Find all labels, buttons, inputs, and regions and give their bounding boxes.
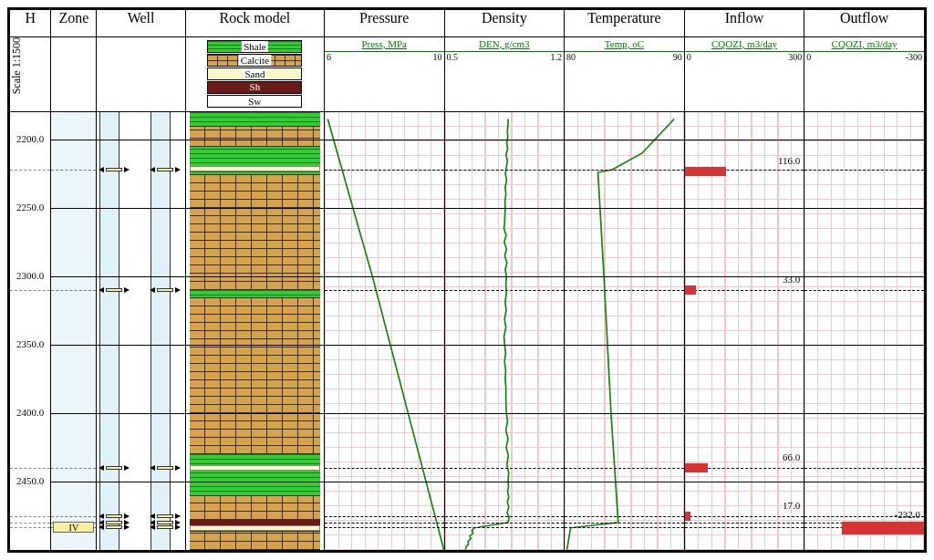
col-outflow: Outflow	[804, 10, 925, 37]
pressure-track	[325, 112, 444, 550]
depth-axis: 2200.02250.02300.02350.02400.02450.0	[10, 112, 50, 550]
col-inflow: Inflow	[684, 10, 804, 37]
pressure-max: 10	[433, 52, 442, 62]
outflow-label: CQOZI, m3/day	[832, 38, 898, 49]
col-well: Well	[97, 10, 186, 37]
density-min: 0.5	[447, 52, 459, 62]
col-zone: Zone	[51, 10, 97, 37]
outflow-min: 0	[806, 52, 811, 62]
density-track	[445, 112, 565, 550]
legend-calcite: Calcite	[239, 55, 271, 66]
temperature-label: Temp, oC	[605, 38, 644, 49]
well-log-figure: H Zone Well Rock model Pressure Density …	[7, 7, 927, 553]
zone-track: IV	[51, 112, 96, 550]
col-temperature: Temperature	[565, 10, 685, 37]
legend-shale: Shale	[242, 41, 267, 52]
col-rock: Rock model	[185, 10, 324, 37]
rock-model-track	[186, 112, 324, 550]
outflow-max: -300	[906, 52, 922, 62]
legend-sw: Sw	[248, 96, 261, 107]
outflow-value: -232.0	[895, 509, 920, 520]
scale-label: Scale 1:1500	[10, 37, 45, 98]
col-pressure: Pressure	[324, 10, 444, 37]
legend-sand: Sand	[243, 68, 266, 79]
inflow-value: 116.0	[778, 155, 800, 166]
zone-label: IV	[53, 522, 94, 533]
legend-sh: Sh	[248, 81, 263, 92]
temperature-max: 90	[673, 52, 682, 62]
col-h: H	[10, 10, 51, 37]
pressure-label: Press, MPa	[361, 38, 407, 49]
inflow-value: 66.0	[783, 451, 800, 462]
lithology-legend: Shale Calcite Sand Sh Sw	[186, 37, 324, 108]
well-track	[97, 112, 185, 550]
inflow-track: 116.033.066.017.0	[685, 112, 804, 550]
temperature-min: 80	[566, 52, 576, 62]
temperature-track	[565, 112, 684, 550]
inflow-min: 0	[687, 52, 691, 62]
outflow-track: -232.0	[804, 112, 924, 550]
inflow-max: 300	[788, 52, 802, 62]
inflow-value: 17.0	[783, 500, 800, 511]
pressure-min: 6	[327, 52, 331, 62]
inflow-label: CQOZI, m3/day	[711, 38, 777, 49]
density-label: DEN, g/cm3	[479, 38, 530, 49]
inflow-value: 33.0	[783, 274, 800, 285]
density-max: 1.2	[551, 52, 563, 62]
col-density: Density	[444, 10, 565, 37]
